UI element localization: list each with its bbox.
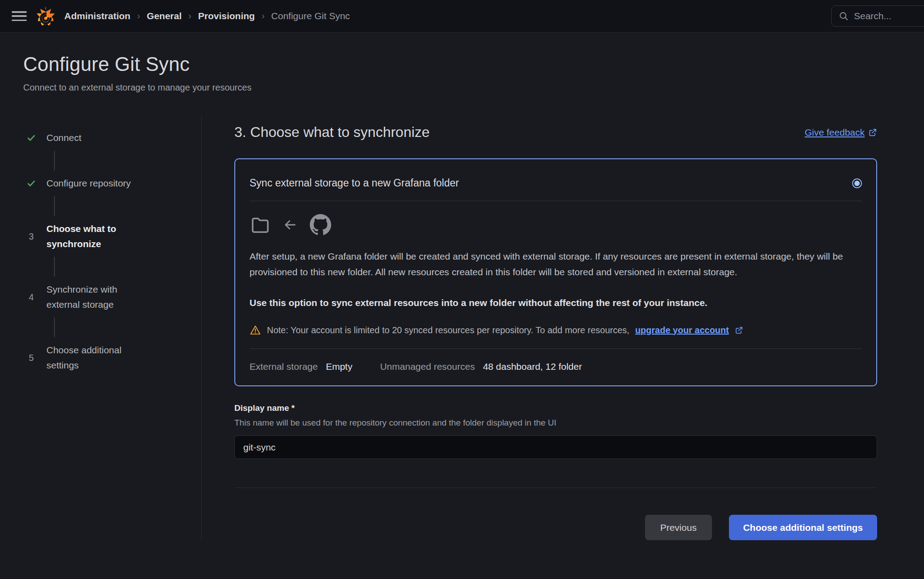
option-description: After setup, a new Grafana folder will b… <box>250 248 862 280</box>
display-name-field: Display name * This name will be used fo… <box>234 403 877 459</box>
option-card-title: Sync external storage to a new Grafana f… <box>250 177 459 189</box>
menu-toggle-button[interactable] <box>12 10 27 22</box>
step-number: 5 <box>23 353 39 363</box>
breadcrumb: Administration › General › Provisioning … <box>64 11 350 21</box>
step-connector <box>54 151 55 170</box>
step-connector <box>54 318 55 337</box>
limit-note-text: Note: Your account is limited to 20 sync… <box>267 325 629 335</box>
page-subtitle: Connect to an external storage to manage… <box>23 83 901 93</box>
option-radio-selected[interactable] <box>852 178 862 188</box>
breadcrumb-administration[interactable]: Administration <box>64 11 130 21</box>
external-link-icon <box>868 128 877 137</box>
search-placeholder: Search... <box>854 11 891 21</box>
display-name-input[interactable] <box>234 435 877 459</box>
step-complete-check-icon <box>23 178 39 188</box>
breadcrumb-separator-icon: › <box>137 11 140 21</box>
step-label: Choose additional settings <box>46 343 147 373</box>
step-panel: 3. Choose what to synchronize Give feedb… <box>202 115 924 540</box>
wizard-stepper: Connect Configure repository 3 Choose wh… <box>0 115 202 540</box>
breadcrumb-general[interactable]: General <box>147 11 182 21</box>
give-feedback-label: Give feedback <box>805 127 865 138</box>
give-feedback-link[interactable]: Give feedback <box>805 127 877 138</box>
step-number: 4 <box>23 292 39 302</box>
page-title: Configure Git Sync <box>23 53 901 75</box>
section-heading-row: 3. Choose what to synchronize Give feedb… <box>234 124 877 141</box>
external-storage-label: External storage <box>250 361 318 372</box>
step-connect[interactable]: Connect <box>23 130 201 145</box>
divider <box>250 348 862 349</box>
sync-direction-illustration <box>250 214 862 236</box>
warning-icon <box>250 324 261 336</box>
search-input[interactable]: Search... <box>831 5 924 27</box>
top-navigation-bar: Administration › General › Provisioning … <box>0 0 924 33</box>
github-icon <box>309 214 332 236</box>
step-label: Synchronize with external storage <box>46 282 147 312</box>
step-choose-what-to-synchronize[interactable]: 3 Choose what to synchronize <box>23 221 201 252</box>
option-emphasis: Use this option to sync external resourc… <box>250 298 862 308</box>
breadcrumb-separator-icon: › <box>188 11 191 21</box>
breadcrumb-separator-icon: › <box>262 11 265 21</box>
limit-note: Note: Your account is limited to 20 sync… <box>250 324 862 336</box>
folder-icon <box>250 214 271 236</box>
search-icon <box>839 11 849 21</box>
grafana-logo-icon[interactable] <box>36 6 55 26</box>
display-name-help-text: This name will be used for the repositor… <box>234 417 574 428</box>
grafana-app-window: Administration › General › Provisioning … <box>0 0 924 579</box>
option-card-header: Sync external storage to a new Grafana f… <box>250 172 862 189</box>
breadcrumb-provisioning[interactable]: Provisioning <box>198 11 255 21</box>
breadcrumb-current-page: Configure Git Sync <box>271 11 350 21</box>
step-choose-additional-settings[interactable]: 5 Choose additional settings <box>23 343 201 373</box>
display-name-label: Display name * <box>234 403 295 413</box>
step-number: 3 <box>23 232 39 242</box>
wizard-actions: Previous Choose additional settings <box>234 515 877 540</box>
step-connector <box>54 196 55 216</box>
divider <box>234 488 877 488</box>
section-heading: 3. Choose what to synchronize <box>234 124 430 141</box>
external-storage-value: Empty <box>326 361 353 372</box>
choose-additional-settings-button[interactable]: Choose additional settings <box>729 515 877 540</box>
unmanaged-resources-label: Unmanaged resources <box>380 361 474 372</box>
sync-option-card[interactable]: Sync external storage to a new Grafana f… <box>234 158 877 386</box>
divider <box>250 201 862 201</box>
unmanaged-resources-value: 48 dashboard, 12 folder <box>483 361 582 372</box>
external-link-icon <box>735 326 743 335</box>
step-configure-repository[interactable]: Configure repository <box>23 176 201 191</box>
step-connector <box>54 257 55 277</box>
step-label: Connect <box>46 130 81 145</box>
page-header: Configure Git Sync Connect to an externa… <box>0 33 924 93</box>
step-label: Choose what to synchronize <box>46 221 147 252</box>
arrow-left-icon <box>283 217 298 232</box>
step-complete-check-icon <box>23 133 39 143</box>
upgrade-account-label: upgrade your account <box>635 325 729 335</box>
upgrade-account-link[interactable]: upgrade your account <box>635 325 729 335</box>
step-label: Configure repository <box>46 176 131 191</box>
wizard-content: Connect Configure repository 3 Choose wh… <box>0 115 924 540</box>
step-synchronize-with-external-storage[interactable]: 4 Synchronize with external storage <box>23 282 201 312</box>
storage-stats: External storage Empty Unmanaged resourc… <box>250 361 862 372</box>
previous-button[interactable]: Previous <box>645 515 712 540</box>
